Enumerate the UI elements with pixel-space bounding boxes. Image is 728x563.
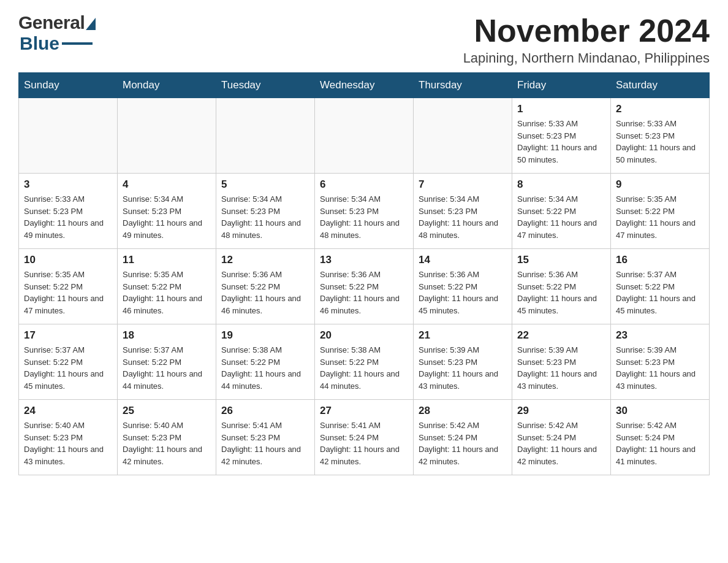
day-info: Sunrise: 5:40 AMSunset: 5:23 PMDaylight:… [24,419,112,467]
table-row: 10Sunrise: 5:35 AMSunset: 5:22 PMDayligh… [19,249,118,324]
day-number: 2 [616,103,704,115]
table-row: 17Sunrise: 5:37 AMSunset: 5:22 PMDayligh… [19,324,118,400]
table-row: 26Sunrise: 5:41 AMSunset: 5:23 PMDayligh… [216,400,315,475]
day-info: Sunrise: 5:34 AMSunset: 5:23 PMDaylight:… [123,193,211,241]
day-info: Sunrise: 5:38 AMSunset: 5:22 PMDaylight:… [221,344,309,392]
day-number: 22 [517,329,605,342]
day-number: 8 [517,178,605,191]
col-sunday: Sunday [19,73,118,98]
page-header: General Blue November 2024 Lapining, Nor… [18,12,710,66]
col-saturday: Saturday [611,73,710,98]
table-row: 7Sunrise: 5:34 AMSunset: 5:23 PMDaylight… [414,174,512,249]
day-info: Sunrise: 5:36 AMSunset: 5:22 PMDaylight:… [419,269,507,316]
day-number: 4 [123,178,211,191]
day-number: 24 [24,405,112,417]
table-row: 28Sunrise: 5:42 AMSunset: 5:24 PMDayligh… [414,400,512,475]
table-row: 18Sunrise: 5:37 AMSunset: 5:22 PMDayligh… [118,324,216,400]
table-row [118,98,216,174]
day-info: Sunrise: 5:42 AMSunset: 5:24 PMDaylight:… [517,419,605,467]
day-info: Sunrise: 5:33 AMSunset: 5:23 PMDaylight:… [616,118,704,166]
table-row: 6Sunrise: 5:34 AMSunset: 5:23 PMDaylight… [315,174,414,249]
month-year-title: November 2024 [463,12,710,49]
day-number: 7 [419,178,507,191]
day-info: Sunrise: 5:39 AMSunset: 5:23 PMDaylight:… [616,344,704,392]
day-info: Sunrise: 5:37 AMSunset: 5:22 PMDaylight:… [616,269,704,316]
day-number: 14 [419,254,507,266]
day-info: Sunrise: 5:33 AMSunset: 5:23 PMDaylight:… [24,193,112,241]
day-info: Sunrise: 5:34 AMSunset: 5:23 PMDaylight:… [320,193,408,241]
table-row: 25Sunrise: 5:40 AMSunset: 5:23 PMDayligh… [118,400,216,475]
table-row: 16Sunrise: 5:37 AMSunset: 5:22 PMDayligh… [611,249,710,324]
day-number: 29 [517,405,605,417]
table-row: 11Sunrise: 5:35 AMSunset: 5:22 PMDayligh… [118,249,216,324]
day-info: Sunrise: 5:38 AMSunset: 5:22 PMDaylight:… [320,344,408,392]
day-number: 30 [616,405,704,417]
day-info: Sunrise: 5:39 AMSunset: 5:23 PMDaylight:… [419,344,507,392]
day-number: 1 [517,103,605,115]
day-info: Sunrise: 5:36 AMSunset: 5:22 PMDaylight:… [320,269,408,316]
day-info: Sunrise: 5:39 AMSunset: 5:23 PMDaylight:… [517,344,605,392]
day-number: 28 [419,405,507,417]
day-info: Sunrise: 5:36 AMSunset: 5:22 PMDaylight:… [221,269,309,316]
day-info: Sunrise: 5:34 AMSunset: 5:22 PMDaylight:… [517,193,605,241]
logo-blue-text: Blue [20,33,59,54]
calendar-week-2: 3Sunrise: 5:33 AMSunset: 5:23 PMDaylight… [19,174,710,249]
table-row: 22Sunrise: 5:39 AMSunset: 5:23 PMDayligh… [512,324,611,400]
day-number: 27 [320,405,408,417]
table-row: 20Sunrise: 5:38 AMSunset: 5:22 PMDayligh… [315,324,414,400]
col-friday: Friday [512,73,611,98]
day-number: 11 [123,254,211,266]
table-row: 9Sunrise: 5:35 AMSunset: 5:22 PMDaylight… [611,174,710,249]
table-row [315,98,414,174]
day-info: Sunrise: 5:40 AMSunset: 5:23 PMDaylight:… [123,419,211,467]
day-number: 23 [616,329,704,342]
day-number: 19 [221,329,309,342]
table-row: 14Sunrise: 5:36 AMSunset: 5:22 PMDayligh… [414,249,512,324]
day-number: 9 [616,178,704,191]
table-row: 29Sunrise: 5:42 AMSunset: 5:24 PMDayligh… [512,400,611,475]
table-row [216,98,315,174]
calendar-table: Sunday Monday Tuesday Wednesday Thursday… [18,72,710,475]
logo-arrow-icon [86,18,96,30]
table-row: 24Sunrise: 5:40 AMSunset: 5:23 PMDayligh… [19,400,118,475]
calendar-week-4: 17Sunrise: 5:37 AMSunset: 5:22 PMDayligh… [19,324,710,400]
day-info: Sunrise: 5:36 AMSunset: 5:22 PMDaylight:… [517,269,605,316]
table-row: 12Sunrise: 5:36 AMSunset: 5:22 PMDayligh… [216,249,315,324]
day-number: 12 [221,254,309,266]
calendar-week-1: 1Sunrise: 5:33 AMSunset: 5:23 PMDaylight… [19,98,710,174]
day-info: Sunrise: 5:35 AMSunset: 5:22 PMDaylight:… [24,269,112,316]
day-info: Sunrise: 5:41 AMSunset: 5:23 PMDaylight:… [221,419,309,467]
table-row: 2Sunrise: 5:33 AMSunset: 5:23 PMDaylight… [611,98,710,174]
day-number: 25 [123,405,211,417]
day-number: 16 [616,254,704,266]
col-monday: Monday [118,73,216,98]
day-number: 20 [320,329,408,342]
day-number: 21 [419,329,507,342]
table-row: 15Sunrise: 5:36 AMSunset: 5:22 PMDayligh… [512,249,611,324]
day-number: 13 [320,254,408,266]
day-number: 15 [517,254,605,266]
location-subtitle: Lapining, Northern Mindanao, Philippines [463,50,710,66]
day-number: 17 [24,329,112,342]
day-number: 18 [123,329,211,342]
day-info: Sunrise: 5:35 AMSunset: 5:22 PMDaylight:… [616,193,704,241]
col-wednesday: Wednesday [315,73,414,98]
calendar-week-5: 24Sunrise: 5:40 AMSunset: 5:23 PMDayligh… [19,400,710,475]
day-number: 3 [24,178,112,191]
table-row: 1Sunrise: 5:33 AMSunset: 5:23 PMDaylight… [512,98,611,174]
col-tuesday: Tuesday [216,73,315,98]
table-row [19,98,118,174]
title-section: November 2024 Lapining, Northern Mindana… [463,12,710,66]
table-row: 21Sunrise: 5:39 AMSunset: 5:23 PMDayligh… [414,324,512,400]
calendar-week-3: 10Sunrise: 5:35 AMSunset: 5:22 PMDayligh… [19,249,710,324]
table-row: 4Sunrise: 5:34 AMSunset: 5:23 PMDaylight… [118,174,216,249]
table-row: 27Sunrise: 5:41 AMSunset: 5:24 PMDayligh… [315,400,414,475]
col-thursday: Thursday [414,73,512,98]
day-info: Sunrise: 5:34 AMSunset: 5:23 PMDaylight:… [221,193,309,241]
day-info: Sunrise: 5:42 AMSunset: 5:24 PMDaylight:… [419,419,507,467]
day-info: Sunrise: 5:41 AMSunset: 5:24 PMDaylight:… [320,419,408,467]
table-row: 8Sunrise: 5:34 AMSunset: 5:22 PMDaylight… [512,174,611,249]
table-row: 30Sunrise: 5:42 AMSunset: 5:24 PMDayligh… [611,400,710,475]
day-info: Sunrise: 5:34 AMSunset: 5:23 PMDaylight:… [419,193,507,241]
table-row: 23Sunrise: 5:39 AMSunset: 5:23 PMDayligh… [611,324,710,400]
